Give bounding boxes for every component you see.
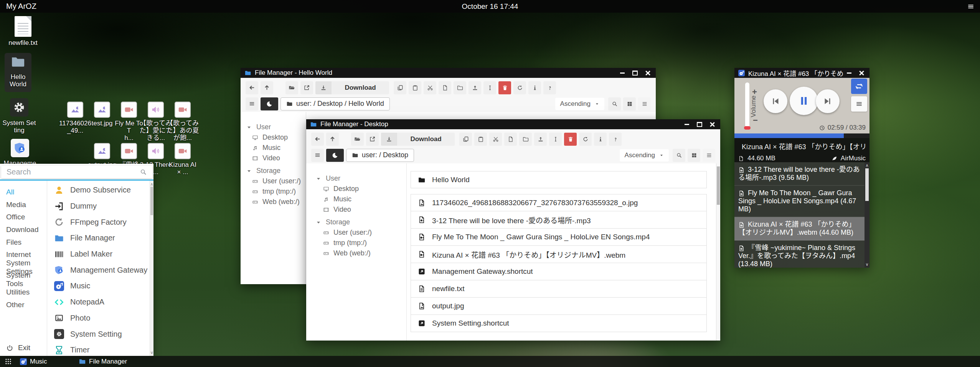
grid-view-button[interactable]	[623, 97, 636, 110]
volume-slider[interactable]	[745, 82, 749, 128]
open-in-new-button[interactable]	[366, 133, 379, 146]
app-item[interactable]: Management Gateway	[47, 262, 148, 278]
desktop-icon[interactable]: Kizuna AI × ...	[169, 143, 196, 176]
sidebar-item[interactable]: tmp (tmp:/)	[241, 186, 306, 197]
file-row[interactable]: newfile.txt	[411, 280, 707, 298]
app-item[interactable]: Dummy	[47, 198, 148, 214]
back-button[interactable]	[246, 81, 258, 94]
playlist-menu-button[interactable]	[851, 96, 867, 112]
open-button[interactable]	[285, 81, 298, 94]
previous-track-button[interactable]	[764, 89, 787, 113]
sidebar-item[interactable]: tmp (tmp:/)	[306, 238, 406, 248]
playlist-scrollbar[interactable]: ∧ ∨	[865, 162, 869, 268]
category-item[interactable]: System Tools	[0, 273, 47, 286]
sidebar-item[interactable]: User (user:/)	[306, 227, 406, 238]
back-button[interactable]	[311, 133, 324, 146]
category-item[interactable]: Other	[0, 298, 47, 311]
copy-button[interactable]	[394, 81, 406, 94]
pause-button[interactable]	[790, 87, 818, 115]
help-button[interactable]	[609, 133, 622, 146]
system-brand[interactable]: My ArOZ	[6, 2, 36, 11]
close-button[interactable]	[859, 71, 864, 76]
app-item[interactable]: FFmpeg Factory	[47, 214, 148, 230]
up-button[interactable]	[326, 133, 339, 146]
info-button[interactable]	[594, 133, 607, 146]
refresh-button[interactable]	[513, 81, 526, 94]
breadcrumb[interactable]: user: / Desktop	[346, 149, 414, 162]
sidebar-item[interactable]: Music	[241, 143, 306, 153]
playlist-item[interactable]: 3-12 There will be love there -愛のある場所-.m…	[734, 162, 865, 186]
maximize-button[interactable]	[697, 122, 702, 127]
app-item[interactable]: File Manager	[47, 230, 148, 246]
paste-button[interactable]	[409, 81, 421, 94]
new-file-button[interactable]	[439, 81, 451, 94]
file-row[interactable]: Management Gateway.shortcut	[411, 263, 707, 280]
sidebar-item[interactable]: User (user:/)	[241, 176, 306, 186]
scroll-up-arrow[interactable]: ∧	[865, 163, 869, 168]
open-in-new-button[interactable]	[300, 81, 313, 94]
upload-button[interactable]	[534, 133, 547, 146]
paste-button[interactable]	[474, 133, 487, 146]
rename-button[interactable]	[483, 81, 496, 94]
file-row[interactable]: 3-12 There will be love there -愛のある場所-.m…	[411, 211, 707, 229]
scroll-down-arrow[interactable]: ∨	[865, 262, 869, 267]
download-button[interactable]: Download	[315, 81, 389, 94]
search-button[interactable]	[673, 149, 685, 162]
app-launcher-button[interactable]	[5, 356, 12, 367]
scrollbar-thumb[interactable]	[150, 187, 153, 215]
scroll-down-arrow[interactable]: ∨	[150, 350, 153, 355]
list-view-button[interactable]	[703, 149, 715, 162]
cut-button[interactable]	[489, 133, 502, 146]
app-item[interactable]: System Setting	[47, 326, 148, 342]
next-track-button[interactable]	[816, 89, 840, 113]
open-button[interactable]	[351, 133, 364, 146]
grid-view-button[interactable]	[688, 149, 700, 162]
app-item[interactable]: Photo	[47, 310, 148, 326]
search-input[interactable]: Search	[1, 166, 152, 178]
desktop-icon[interactable]: test.jpg	[89, 102, 115, 142]
file-row[interactable]: Hello World	[411, 171, 707, 188]
desktop-icon-management-gateway[interactable]: Manageme	[0, 139, 40, 167]
hamburger-menu-icon[interactable]	[967, 2, 975, 11]
new-folder-button[interactable]	[519, 133, 532, 146]
menu-button[interactable]	[246, 97, 258, 110]
playlist-item[interactable]: 『雪峰 ~yukimine~ Piano & Strings Ver.』を歌って…	[734, 240, 865, 268]
desktop-icon[interactable]: 117346026 _49...	[62, 102, 89, 142]
app-item[interactable]: Label Maker	[47, 246, 148, 262]
sidebar-item[interactable]: Web (web:/)	[306, 248, 406, 258]
maximize-button[interactable]	[632, 71, 638, 76]
sidebar-item[interactable]: Video	[306, 204, 406, 215]
sidebar-item[interactable]: Storage	[241, 166, 306, 176]
menu-button[interactable]	[311, 149, 324, 162]
sidebar-item[interactable]: User	[306, 173, 406, 184]
delete-button[interactable]	[564, 133, 577, 146]
app-item[interactable]: NotepadA	[47, 294, 148, 310]
scroll-up-arrow[interactable]: ∧	[150, 182, 153, 186]
category-item[interactable]: Office	[0, 211, 47, 224]
up-button[interactable]	[261, 81, 273, 94]
breadcrumb[interactable]: user: / Desktop / Hello World	[280, 97, 390, 110]
sidebar-item[interactable]: Music	[306, 194, 406, 204]
help-button[interactable]	[543, 81, 556, 94]
category-item[interactable]: All	[0, 186, 47, 199]
list-view-button[interactable]	[638, 97, 651, 110]
repeat-button[interactable]	[851, 79, 867, 94]
desktop-icon-newfile[interactable]: newfile.txt	[4, 16, 42, 46]
dark-mode-button[interactable]	[326, 149, 344, 162]
rename-button[interactable]	[549, 133, 562, 146]
new-file-button[interactable]	[504, 133, 517, 146]
titlebar[interactable]: Kizuna AI × 花譜 #63 「かりそめ」【...	[734, 68, 869, 78]
category-item[interactable]: Files	[0, 236, 47, 249]
exit-button[interactable]: Exit	[6, 344, 30, 352]
sort-order-select[interactable]: Ascending	[620, 149, 669, 161]
category-item[interactable]: Download	[0, 224, 47, 236]
file-row[interactable]: Kizuna AI × 花譜 #63 「かりそめ」【オリジナルMV】.webm	[411, 246, 707, 263]
desktop-icon[interactable]: Fly Me To T h...	[115, 102, 142, 142]
menu-scrollbar[interactable]: ∧ ∨	[150, 181, 153, 356]
playlist-item[interactable]: Fly Me To The Moon _ Gawr Gura Sings _ H…	[734, 186, 865, 217]
sidebar-item[interactable]: Desktop	[306, 184, 406, 194]
file-row[interactable]: output.jpg	[411, 298, 707, 315]
desktop-icon[interactable]: 【歌ってみ た】あの夏 が飽...	[169, 102, 196, 142]
minimize-button[interactable]	[620, 72, 625, 74]
desktop-icon-system-setting[interactable]: System Set ting	[0, 98, 38, 134]
